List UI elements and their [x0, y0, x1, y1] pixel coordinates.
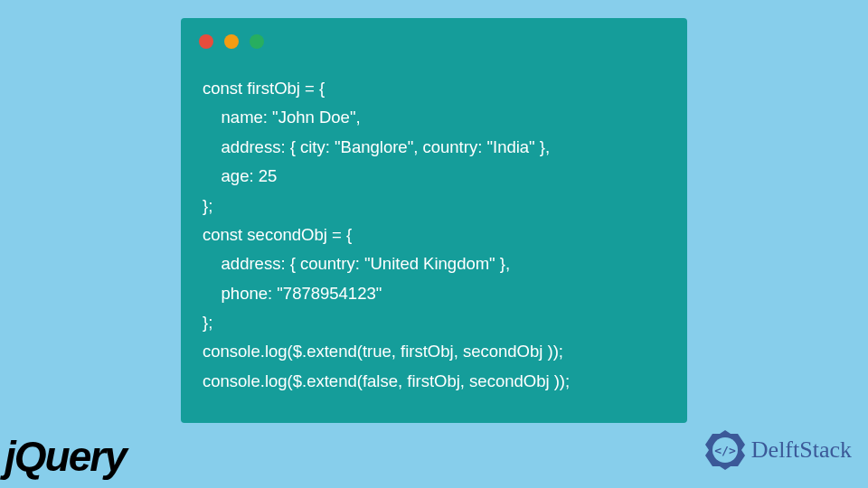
code-line: const secondObj = {	[203, 225, 352, 244]
code-line: address: { country: "United Kingdom" },	[203, 254, 510, 273]
code-line: const firstObj = {	[203, 79, 325, 98]
code-line: address: { city: "Banglore", country: "I…	[203, 137, 550, 156]
code-line: name: "John Doe",	[203, 108, 361, 127]
code-line: };	[203, 313, 212, 332]
code-line: age: 25	[203, 166, 277, 185]
jquery-logo: jQuery	[5, 432, 126, 481]
gear-icon: </>	[703, 428, 747, 472]
code-content: const firstObj = { name: "John Doe", add…	[181, 56, 687, 414]
code-line: console.log($.extend(true, firstObj, sec…	[203, 342, 563, 361]
window-maximize-dot	[250, 34, 264, 49]
delftstack-text: DelftStack	[751, 436, 852, 464]
delftstack-logo: </> DelftStack	[703, 428, 852, 472]
window-controls	[181, 18, 687, 56]
code-window: const firstObj = { name: "John Doe", add…	[181, 18, 687, 423]
window-close-dot	[199, 34, 213, 49]
svg-text:</>: </>	[714, 444, 736, 457]
window-minimize-dot	[224, 34, 239, 49]
code-line: };	[203, 196, 212, 215]
code-line: phone: "7878954123"	[203, 284, 382, 303]
code-line: console.log($.extend(false, firstObj, se…	[203, 371, 570, 390]
